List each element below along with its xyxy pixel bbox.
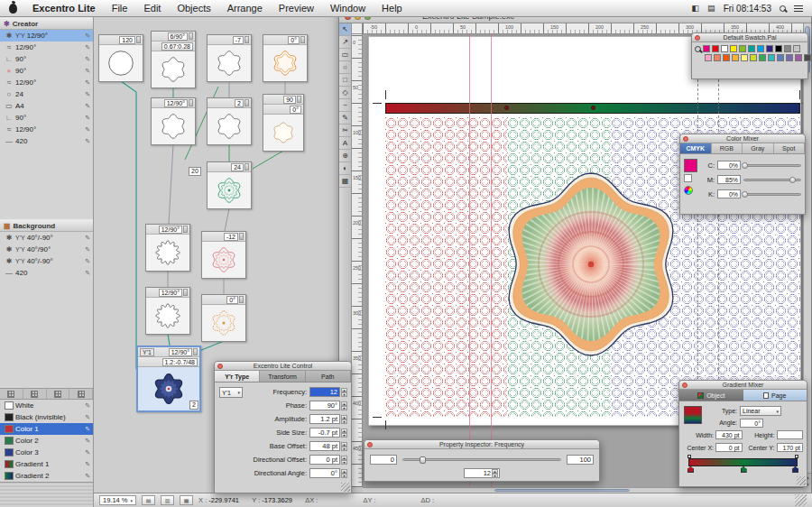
color-swatch[interactable]	[730, 45, 737, 52]
palette-tab-colors[interactable]	[0, 389, 23, 399]
panel-resize-grip[interactable]	[341, 483, 350, 492]
edit-icon[interactable]: ✎	[85, 44, 91, 51]
view-mode-button[interactable]: ▤	[142, 495, 155, 505]
node-subvalue[interactable]: 0.67:0.28	[161, 42, 193, 51]
swatch-row[interactable]: Gradient 1✎	[0, 458, 93, 470]
node-contour[interactable]: 90 0°	[263, 94, 304, 152]
creator-row[interactable]: ≈12/90°✎	[0, 77, 93, 88]
frequency-slider[interactable]	[402, 458, 561, 461]
node-rosette[interactable]: -12	[201, 231, 246, 279]
creator-row[interactable]: ○24✎	[0, 88, 93, 100]
swatch-row[interactable]: Gradient 2✎	[0, 470, 93, 482]
value-stepper[interactable]: ▴▾	[341, 469, 347, 478]
menu-item-edit[interactable]: Edit	[135, 3, 169, 14]
creator-row[interactable]: ▭A4✎	[0, 100, 93, 112]
color-swatch[interactable]	[759, 54, 766, 61]
color-swatch[interactable]	[750, 54, 757, 61]
spotlight-icon[interactable]	[780, 5, 786, 12]
parameter-field[interactable]: -0.7 pt▴▾	[309, 428, 347, 438]
node-contour[interactable]: 12/90°	[151, 97, 196, 145]
search-icon[interactable]	[695, 46, 701, 52]
color-swatch[interactable]	[714, 54, 721, 61]
gradient-handle[interactable]	[504, 106, 509, 110]
tool-zoom[interactable]: ⊕	[339, 150, 351, 162]
parameter-field[interactable]: 1.2 pt▴▾	[309, 414, 347, 424]
tab-transform[interactable]: Transform	[260, 371, 305, 382]
tool-text[interactable]: A	[339, 137, 351, 150]
gradient-handle[interactable]	[795, 455, 798, 458]
menu-item-window[interactable]: Window	[322, 3, 374, 14]
secondary-color-swatch[interactable]	[684, 174, 692, 182]
channel-value-field[interactable]: 0%	[717, 161, 741, 170]
color-swatch[interactable]	[748, 45, 755, 52]
node-selected-rosette[interactable]: Y'112/90° 1.2:-0.7/48 2	[136, 346, 201, 412]
notification-center-icon[interactable]	[794, 5, 803, 12]
gradient-handle[interactable]	[591, 106, 595, 110]
menu-item-preview[interactable]: Preview	[271, 3, 322, 14]
battery-icon[interactable]: ▤	[707, 4, 715, 13]
creator-row[interactable]: ≈12/90°✎	[0, 124, 93, 135]
color-swatch[interactable]	[766, 45, 773, 52]
tab-type[interactable]: Y'r Type	[215, 371, 260, 382]
edit-icon[interactable]: ✎	[85, 426, 91, 433]
node-stepper[interactable]	[193, 348, 198, 355]
edit-icon[interactable]: ✎	[85, 68, 91, 75]
node-contour[interactable]: 12/90°	[145, 224, 190, 272]
node-stepper[interactable]	[245, 163, 249, 171]
node-contour[interactable]: 0°	[263, 34, 308, 82]
background-group-header[interactable]: ▦ Background	[0, 219, 93, 232]
color-swatch[interactable]	[786, 54, 793, 61]
tab-page[interactable]: Page	[743, 390, 807, 401]
background-row[interactable]: ✱Y'Y40°/-90°✎	[0, 255, 93, 267]
channel-slider[interactable]	[743, 193, 801, 196]
node-value[interactable]: 2	[235, 99, 244, 107]
node-value[interactable]: 12/90°	[159, 289, 182, 297]
tool-wave[interactable]: ~	[339, 99, 351, 112]
creator-row[interactable]: ∟90°✎	[0, 53, 93, 65]
edit-icon[interactable]: ✎	[85, 461, 91, 468]
tool-select[interactable]: ↖	[339, 23, 351, 36]
parameter-value[interactable]: 0 pt	[309, 455, 340, 465]
min-field[interactable]: 0	[370, 455, 397, 465]
node-value[interactable]: 6/90°	[168, 32, 188, 41]
edit-icon[interactable]: ✎	[85, 246, 91, 254]
parameter-value[interactable]: 1.2 pt	[309, 414, 340, 424]
guilloche-rosette[interactable]	[496, 170, 686, 359]
node-prefix[interactable]: Y'1	[140, 348, 154, 356]
menu-item-excentro-lite[interactable]: Excentro Lite	[24, 3, 104, 14]
node-value[interactable]: 12/90°	[159, 226, 182, 234]
color-swatch[interactable]	[804, 54, 811, 61]
background-row[interactable]: —420✎	[0, 267, 93, 279]
node-stepper[interactable]	[136, 36, 141, 43]
gradient-preview[interactable]	[684, 406, 702, 424]
gradient-stop[interactable]	[741, 466, 747, 473]
panel-resize-grip[interactable]	[797, 476, 806, 485]
swatch-row[interactable]: Color 1✎	[0, 423, 93, 435]
parameter-field[interactable]: 0 pt▴▾	[309, 455, 347, 465]
node-value[interactable]: 90	[283, 96, 296, 104]
node-rosette[interactable]: 24	[207, 161, 252, 209]
edit-icon[interactable]: ✎	[85, 91, 91, 98]
node-subvalue[interactable]: 1.2:-0.7/48	[162, 358, 198, 366]
max-field[interactable]: 100	[567, 455, 594, 465]
node-stepper[interactable]	[239, 296, 244, 303]
channel-slider[interactable]	[743, 179, 801, 181]
color-swatch[interactable]	[723, 54, 730, 61]
node-value[interactable]: 120	[119, 36, 135, 44]
channel-slider[interactable]	[743, 164, 801, 167]
panel-title-bar[interactable]: Property Inspector: Frequency	[364, 440, 599, 449]
swatch-row[interactable]: Black (invisible)✎	[0, 411, 93, 423]
palette-tab-patterns[interactable]	[47, 389, 70, 399]
color-swatch[interactable]	[784, 45, 791, 52]
close-icon[interactable]	[683, 136, 688, 142]
node-stepper[interactable]	[297, 96, 301, 103]
parameter-value[interactable]: 48 pt	[309, 441, 340, 451]
value-stepper[interactable]: ▴▾	[341, 429, 347, 438]
edit-icon[interactable]: ✎	[85, 79, 91, 87]
value-stepper[interactable]: ▴▾	[492, 469, 498, 478]
edit-icon[interactable]: ✎	[85, 473, 91, 480]
horizontal-scroll-thumb[interactable]	[494, 489, 630, 492]
panel-title-bar[interactable]: Default Swatch.Pal	[692, 33, 807, 42]
height-field[interactable]	[777, 430, 804, 439]
type-select[interactable]: Linear▾	[740, 406, 781, 416]
